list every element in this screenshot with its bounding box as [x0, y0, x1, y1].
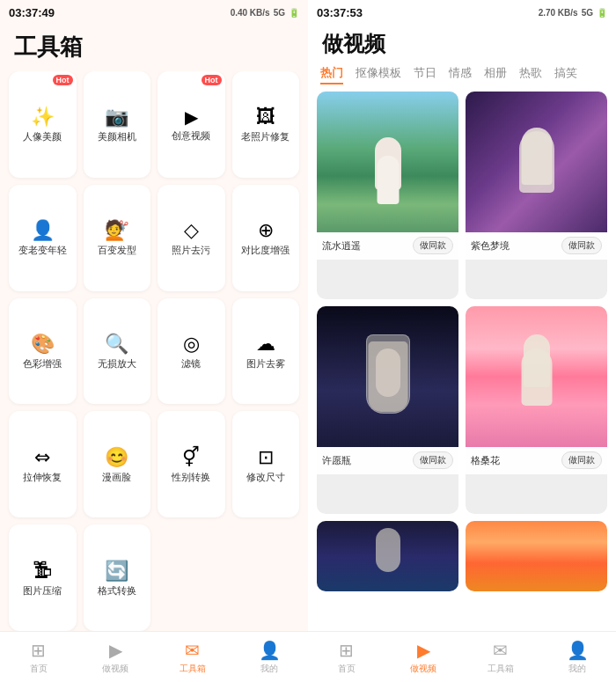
- right-title: 做视频: [308, 25, 616, 65]
- gender-swap-label: 性别转换: [172, 472, 210, 483]
- r-home-label: 首页: [338, 663, 356, 675]
- cartoon-face-icon: 😊: [105, 448, 128, 467]
- video-card-footer-2: 紫色梦境 做同款: [466, 232, 607, 260]
- filter-label: 滤镜: [181, 358, 201, 370]
- tool-gender-swap[interactable]: ⚥ 性别转换: [158, 411, 225, 517]
- beauty-cam-label: 美颜相机: [98, 131, 136, 143]
- r-toolbox-label: 工具箱: [488, 663, 514, 675]
- tool-compress[interactable]: 🗜 图片压缩: [9, 524, 77, 631]
- tool-old-photo[interactable]: 🖼 老照片修复: [232, 71, 300, 178]
- video-card-5[interactable]: [317, 521, 458, 591]
- gender-swap-icon: ⚥: [182, 448, 200, 467]
- home-icon: ⊞: [31, 640, 46, 661]
- video-card-1[interactable]: 流水逍遥 做同款: [317, 92, 458, 299]
- video-card-2[interactable]: 紫色梦境 做同款: [466, 92, 607, 299]
- cat-hot[interactable]: 热门: [320, 65, 343, 84]
- video-grid: 流水逍遥 做同款 紫色梦境 做同款: [308, 92, 616, 631]
- video-card-footer-4: 格桑花 做同款: [466, 447, 607, 474]
- tool-creative-video[interactable]: Hot ▶ 创意视频: [158, 71, 225, 178]
- r-video-label: 做视频: [410, 663, 436, 675]
- make-button-4[interactable]: 做同款: [561, 451, 602, 469]
- video-title-1: 流水逍遥: [322, 239, 361, 253]
- cat-album[interactable]: 相册: [484, 65, 507, 84]
- make-button-3[interactable]: 做同款: [413, 451, 453, 469]
- right-nav-mine[interactable]: 👤 我的: [539, 640, 617, 675]
- video-card-3[interactable]: 许愿瓶 做同款: [317, 306, 458, 514]
- old-photo-label: 老照片修复: [241, 131, 290, 143]
- right-status-icons: 2.70 KB/s 5G 🔋: [539, 8, 607, 18]
- right-panel: 03:37:53 2.70 KB/s 5G 🔋 做视频 热门 抠像模板 节日 情…: [308, 0, 616, 682]
- tool-age-change[interactable]: 👤 变老变年轻: [9, 185, 77, 291]
- home-label: 首页: [30, 663, 48, 675]
- partial-image-2: [466, 521, 607, 591]
- r-mine-icon: 👤: [567, 640, 589, 661]
- left-time: 03:37:49: [9, 6, 55, 19]
- tool-resize[interactable]: ⊡ 修改尺寸: [232, 411, 300, 517]
- r-video-icon: ▶: [417, 640, 430, 661]
- portrait-icon: ✨: [31, 107, 55, 127]
- tool-filter[interactable]: ◎ 滤镜: [158, 298, 225, 405]
- make-button-1[interactable]: 做同款: [413, 237, 453, 254]
- hot-badge-2: Hot: [202, 75, 222, 85]
- tool-lossless-zoom[interactable]: 🔍 无损放大: [84, 298, 151, 405]
- cat-hot-song[interactable]: 热歌: [519, 65, 542, 84]
- video-thumb-2: [466, 92, 607, 232]
- hairstyle-icon: 💇: [105, 221, 128, 240]
- right-time: 03:37:53: [317, 6, 363, 19]
- r-mine-label: 我的: [568, 663, 586, 675]
- right-nav-toolbox[interactable]: ✉ 工具箱: [462, 640, 539, 675]
- compress-icon: 🗜: [33, 561, 52, 581]
- tool-remove-stain[interactable]: ◇ 照片去污: [158, 185, 225, 291]
- tool-cartoon-face[interactable]: 😊 漫画脸: [84, 411, 151, 517]
- creative-video-icon: ▶: [185, 108, 198, 126]
- left-title: 工具箱: [0, 25, 308, 71]
- bottle-image: [317, 306, 458, 447]
- left-status-bar: 03:37:49 0.40 KB/s 5G 🔋: [0, 0, 308, 25]
- right-status-bar: 03:37:53 2.70 KB/s 5G 🔋: [308, 0, 616, 25]
- right-nav-video[interactable]: ▶ 做视频: [385, 640, 463, 675]
- hot-badge: Hot: [53, 75, 73, 85]
- left-nav-video[interactable]: ▶ 做视频: [77, 640, 155, 675]
- cat-template[interactable]: 抠像模板: [356, 65, 401, 84]
- tool-format-convert[interactable]: 🔄 格式转换: [84, 524, 151, 631]
- remove-stain-label: 照片去污: [172, 245, 210, 256]
- tool-contrast[interactable]: ⊕ 对比度增强: [232, 185, 300, 291]
- tool-color-enhance[interactable]: 🎨 色彩增强: [9, 298, 77, 405]
- mine-label: 我的: [260, 663, 278, 675]
- video-card-6[interactable]: [466, 521, 607, 591]
- left-bottom-nav: ⊞ 首页 ▶ 做视频 ✉ 工具箱 👤 我的: [0, 631, 308, 682]
- right-nav-home[interactable]: ⊞ 首页: [308, 640, 385, 675]
- right-battery: 5G: [582, 8, 593, 18]
- left-panel: 03:37:49 0.40 KB/s 5G 🔋 工具箱 Hot ✨ 人像美颜 📷…: [0, 0, 308, 682]
- video-card-4[interactable]: 格桑花 做同款: [466, 306, 607, 514]
- tools-grid: Hot ✨ 人像美颜 📷 美颜相机 Hot ▶ 创意视频 🖼 老照片修复 👤 变…: [0, 71, 308, 631]
- left-battery: 5G: [274, 8, 285, 18]
- cat-festival[interactable]: 节日: [414, 65, 436, 84]
- right-signal: 2.70 KB/s: [539, 8, 578, 18]
- purple-image: [466, 92, 607, 232]
- mine-icon: 👤: [259, 640, 281, 661]
- video-label: 做视频: [102, 663, 128, 675]
- left-nav-toolbox[interactable]: ✉ 工具箱: [154, 640, 231, 675]
- right-bottom-nav: ⊞ 首页 ▶ 做视频 ✉ 工具箱 👤 我的: [308, 631, 616, 682]
- flowers-image: [466, 306, 607, 447]
- battery-icon: 🔋: [289, 8, 299, 18]
- cat-emotion[interactable]: 情感: [449, 65, 472, 84]
- category-tabs: 热门 抠像模板 节日 情感 相册 热歌 搞笑: [308, 65, 616, 92]
- lake-image: [317, 92, 458, 232]
- left-nav-home[interactable]: ⊞ 首页: [0, 640, 77, 675]
- tool-beauty-cam[interactable]: 📷 美颜相机: [84, 71, 151, 178]
- tool-portrait[interactable]: Hot ✨ 人像美颜: [9, 71, 77, 178]
- tool-defog[interactable]: ☁ 图片去雾: [232, 298, 300, 405]
- video-title-3: 许愿瓶: [322, 454, 351, 467]
- left-signal: 0.40 KB/s: [231, 8, 270, 18]
- defog-icon: ☁: [256, 334, 275, 354]
- tool-hairstyle[interactable]: 💇 百变发型: [84, 185, 151, 291]
- cat-funny[interactable]: 搞笑: [554, 65, 577, 84]
- beauty-cam-icon: 📷: [105, 107, 128, 127]
- video-title-2: 紫色梦境: [471, 239, 510, 253]
- partial-image-1: [317, 521, 458, 591]
- left-nav-mine[interactable]: 👤 我的: [231, 640, 309, 675]
- tool-stretch[interactable]: ⇔ 拉伸恢复: [9, 411, 77, 517]
- make-button-2[interactable]: 做同款: [561, 237, 602, 254]
